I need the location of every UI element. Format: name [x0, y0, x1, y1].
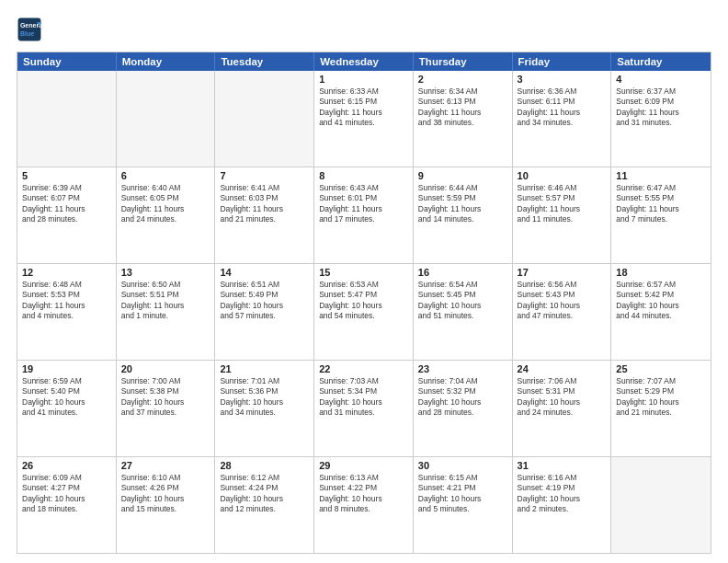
- day-number: 11: [616, 170, 706, 181]
- day-number: 22: [319, 363, 408, 374]
- day-info: Sunrise: 6:41 AM Sunset: 6:03 PM Dayligh…: [220, 183, 309, 225]
- calendar: SundayMondayTuesdayWednesdayThursdayFrid…: [17, 52, 711, 554]
- calendar-cell: 20Sunrise: 7:00 AM Sunset: 5:38 PM Dayli…: [117, 361, 216, 456]
- calendar-cell: [17, 71, 117, 167]
- day-info: Sunrise: 6:37 AM Sunset: 6:09 PM Dayligh…: [616, 86, 706, 129]
- day-number: 29: [319, 460, 408, 471]
- day-number: 25: [616, 363, 706, 374]
- calendar-cell: 29Sunrise: 6:13 AM Sunset: 4:22 PM Dayli…: [314, 457, 414, 553]
- day-info: Sunrise: 6:33 AM Sunset: 6:15 PM Dayligh…: [319, 86, 408, 129]
- day-info: Sunrise: 6:39 AM Sunset: 6:07 PM Dayligh…: [22, 183, 111, 225]
- day-number: 9: [418, 170, 507, 181]
- day-number: 18: [616, 267, 706, 278]
- calendar-cell: 22Sunrise: 7:03 AM Sunset: 5:34 PM Dayli…: [314, 361, 414, 456]
- day-info: Sunrise: 6:48 AM Sunset: 5:53 PM Dayligh…: [22, 280, 111, 322]
- day-number: 27: [121, 460, 210, 471]
- calendar-cell: 10Sunrise: 6:46 AM Sunset: 5:57 PM Dayli…: [513, 167, 612, 263]
- day-info: Sunrise: 6:56 AM Sunset: 5:43 PM Dayligh…: [518, 280, 607, 322]
- weekday-header-monday: Monday: [117, 52, 216, 71]
- day-number: 4: [616, 74, 706, 85]
- calendar-cell: 6Sunrise: 6:40 AM Sunset: 6:05 PM Daylig…: [117, 167, 216, 263]
- day-info: Sunrise: 6:40 AM Sunset: 6:05 PM Dayligh…: [121, 183, 210, 225]
- day-number: 1: [319, 74, 408, 85]
- day-info: Sunrise: 6:54 AM Sunset: 5:45 PM Dayligh…: [418, 280, 507, 322]
- day-number: 28: [220, 460, 309, 471]
- logo-icon: General Blue: [17, 17, 42, 42]
- day-info: Sunrise: 7:07 AM Sunset: 5:29 PM Dayligh…: [616, 376, 706, 419]
- weekday-header-wednesday: Wednesday: [314, 52, 414, 71]
- calendar-cell: [215, 71, 314, 167]
- day-info: Sunrise: 6:46 AM Sunset: 5:57 PM Dayligh…: [518, 183, 607, 225]
- weekday-header-tuesday: Tuesday: [215, 52, 314, 71]
- day-number: 8: [319, 170, 408, 181]
- day-info: Sunrise: 7:06 AM Sunset: 5:31 PM Dayligh…: [518, 376, 607, 419]
- day-info: Sunrise: 7:03 AM Sunset: 5:34 PM Dayligh…: [319, 376, 408, 419]
- svg-text:Blue: Blue: [20, 30, 34, 37]
- day-number: 2: [418, 74, 507, 85]
- day-number: 7: [220, 170, 309, 181]
- day-info: Sunrise: 6:15 AM Sunset: 4:21 PM Dayligh…: [418, 473, 507, 515]
- calendar-row-3: 19Sunrise: 6:59 AM Sunset: 5:40 PM Dayli…: [17, 360, 711, 456]
- calendar-cell: 11Sunrise: 6:47 AM Sunset: 5:55 PM Dayli…: [611, 167, 711, 263]
- calendar-cell: 7Sunrise: 6:41 AM Sunset: 6:03 PM Daylig…: [215, 167, 314, 263]
- day-number: 16: [418, 267, 507, 278]
- day-info: Sunrise: 6:57 AM Sunset: 5:42 PM Dayligh…: [616, 280, 706, 322]
- day-number: 14: [220, 267, 309, 278]
- day-number: 24: [518, 363, 607, 374]
- calendar-cell: [117, 71, 216, 167]
- calendar-cell: 14Sunrise: 6:51 AM Sunset: 5:49 PM Dayli…: [215, 264, 314, 360]
- calendar-cell: 26Sunrise: 6:09 AM Sunset: 4:27 PM Dayli…: [17, 457, 117, 553]
- calendar-row-1: 5Sunrise: 6:39 AM Sunset: 6:07 PM Daylig…: [17, 167, 711, 263]
- calendar-cell: 3Sunrise: 6:36 AM Sunset: 6:11 PM Daylig…: [513, 71, 612, 167]
- calendar-cell: 21Sunrise: 7:01 AM Sunset: 5:36 PM Dayli…: [215, 361, 314, 456]
- day-info: Sunrise: 7:00 AM Sunset: 5:38 PM Dayligh…: [121, 376, 210, 419]
- calendar-cell: 9Sunrise: 6:44 AM Sunset: 5:59 PM Daylig…: [414, 167, 513, 263]
- calendar-cell: 2Sunrise: 6:34 AM Sunset: 6:13 PM Daylig…: [414, 71, 513, 167]
- day-number: 20: [121, 363, 210, 374]
- day-number: 30: [418, 460, 507, 471]
- day-number: 17: [518, 267, 607, 278]
- calendar-cell: [611, 457, 711, 553]
- calendar-cell: 25Sunrise: 7:07 AM Sunset: 5:29 PM Dayli…: [611, 361, 711, 456]
- day-number: 6: [121, 170, 210, 181]
- day-number: 12: [22, 267, 111, 278]
- calendar-cell: 24Sunrise: 7:06 AM Sunset: 5:31 PM Dayli…: [513, 361, 612, 456]
- calendar-cell: 1Sunrise: 6:33 AM Sunset: 6:15 PM Daylig…: [314, 71, 414, 167]
- calendar-row-0: 1Sunrise: 6:33 AM Sunset: 6:15 PM Daylig…: [17, 71, 711, 167]
- day-number: 5: [22, 170, 111, 181]
- calendar-cell: 31Sunrise: 6:16 AM Sunset: 4:19 PM Dayli…: [513, 457, 612, 553]
- day-info: Sunrise: 7:01 AM Sunset: 5:36 PM Dayligh…: [220, 376, 309, 419]
- calendar-cell: 28Sunrise: 6:12 AM Sunset: 4:24 PM Dayli…: [215, 457, 314, 553]
- weekday-header-thursday: Thursday: [414, 52, 513, 71]
- day-info: Sunrise: 6:36 AM Sunset: 6:11 PM Dayligh…: [518, 86, 607, 129]
- calendar-cell: 18Sunrise: 6:57 AM Sunset: 5:42 PM Dayli…: [611, 264, 711, 360]
- weekday-header-saturday: Saturday: [611, 52, 711, 71]
- day-info: Sunrise: 6:50 AM Sunset: 5:51 PM Dayligh…: [121, 280, 210, 322]
- day-info: Sunrise: 6:51 AM Sunset: 5:49 PM Dayligh…: [220, 280, 309, 322]
- calendar-row-4: 26Sunrise: 6:09 AM Sunset: 4:27 PM Dayli…: [17, 456, 711, 553]
- day-number: 23: [418, 363, 507, 374]
- day-number: 19: [22, 363, 111, 374]
- calendar-cell: 4Sunrise: 6:37 AM Sunset: 6:09 PM Daylig…: [611, 71, 711, 167]
- day-number: 21: [220, 363, 309, 374]
- day-number: 13: [121, 267, 210, 278]
- day-number: 3: [518, 74, 607, 85]
- day-info: Sunrise: 6:09 AM Sunset: 4:27 PM Dayligh…: [22, 473, 111, 515]
- calendar-cell: 8Sunrise: 6:43 AM Sunset: 6:01 PM Daylig…: [314, 167, 414, 263]
- calendar-cell: 16Sunrise: 6:54 AM Sunset: 5:45 PM Dayli…: [414, 264, 513, 360]
- weekday-header-sunday: Sunday: [17, 52, 117, 71]
- day-number: 15: [319, 267, 408, 278]
- calendar-body: 1Sunrise: 6:33 AM Sunset: 6:15 PM Daylig…: [17, 71, 711, 553]
- calendar-cell: 27Sunrise: 6:10 AM Sunset: 4:26 PM Dayli…: [117, 457, 216, 553]
- calendar-cell: 5Sunrise: 6:39 AM Sunset: 6:07 PM Daylig…: [17, 167, 117, 263]
- day-info: Sunrise: 6:43 AM Sunset: 6:01 PM Dayligh…: [319, 183, 408, 225]
- day-info: Sunrise: 6:53 AM Sunset: 5:47 PM Dayligh…: [319, 280, 408, 322]
- page: General Blue SundayMondayTuesdayWednesda…: [0, 0, 728, 563]
- day-info: Sunrise: 7:04 AM Sunset: 5:32 PM Dayligh…: [418, 376, 507, 419]
- calendar-cell: 19Sunrise: 6:59 AM Sunset: 5:40 PM Dayli…: [17, 361, 117, 456]
- calendar-cell: 23Sunrise: 7:04 AM Sunset: 5:32 PM Dayli…: [414, 361, 513, 456]
- calendar-cell: 13Sunrise: 6:50 AM Sunset: 5:51 PM Dayli…: [117, 264, 216, 360]
- day-info: Sunrise: 6:13 AM Sunset: 4:22 PM Dayligh…: [319, 473, 408, 515]
- calendar-cell: 12Sunrise: 6:48 AM Sunset: 5:53 PM Dayli…: [17, 264, 117, 360]
- day-info: Sunrise: 6:44 AM Sunset: 5:59 PM Dayligh…: [418, 183, 507, 225]
